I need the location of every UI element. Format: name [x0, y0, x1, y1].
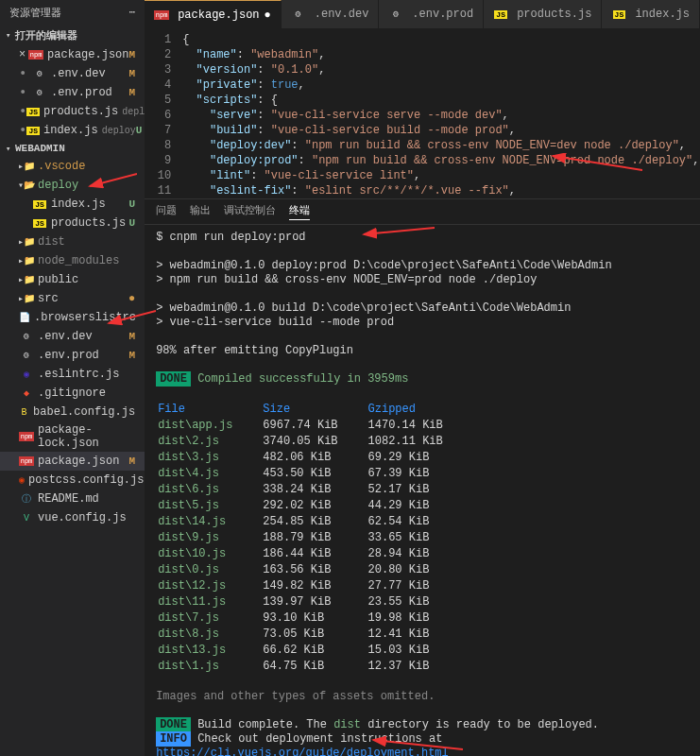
tree-item[interactable]: 📄.browserslistrc [0, 308, 145, 327]
editor-tab[interactable]: ⚙.env.dev [282, 0, 380, 28]
file-icon: ▸ 📁 [19, 291, 34, 306]
tree-item[interactable]: ▾ 📂deploy [0, 176, 145, 195]
file-icon: ▸ 📁 [19, 272, 34, 287]
terminal-tab[interactable]: 问题 [156, 203, 177, 220]
file-icon: ▸ 📁 [19, 234, 34, 249]
file-label: .env.dev [38, 330, 129, 343]
tab-label: products.js [517, 8, 591, 21]
file-icon: JS [611, 7, 626, 22]
file-label: node_modules [38, 254, 135, 267]
open-editor-item[interactable]: ×npmpackage.jsonM [0, 45, 145, 64]
terminal-body[interactable]: $ cnpm run deploy:prod > webadmin@0.1.0 … [145, 225, 700, 756]
file-icon: ⓘ [19, 491, 34, 507]
tab-label: .env.dev [315, 8, 369, 21]
file-label: .gitignore [38, 387, 135, 400]
close-icon[interactable]: × [19, 48, 28, 61]
file-icon: ▾ 📂 [19, 178, 34, 193]
vcs-status: M [129, 68, 142, 79]
dot-icon: • [19, 123, 26, 138]
tree-item[interactable]: npmpackage.jsonM [0, 452, 145, 471]
file-icon: JS [26, 123, 40, 138]
file-icon: JS [493, 7, 508, 22]
project-header[interactable]: ▾ WEBADMIN [0, 140, 145, 157]
file-icon: JS [32, 215, 47, 231]
terminal-tab[interactable]: 调试控制台 [224, 203, 276, 220]
terminal-tab[interactable]: 终端 [289, 203, 310, 220]
editor-tab[interactable]: JSindex.js [602, 0, 700, 28]
file-icon: JS [26, 104, 40, 119]
tab-modified-icon: ● [265, 9, 271, 22]
editor-tab[interactable]: JSproducts.js [484, 0, 602, 28]
tree-item[interactable]: ▸ 📁public [0, 270, 145, 289]
more-icon[interactable]: ⋯ [129, 6, 136, 20]
file-icon: ◉ [19, 472, 25, 488]
gutter: 1234567891011 [145, 32, 182, 198]
file-label: products.js [51, 216, 129, 230]
tree-item[interactable]: Vvue.config.js [0, 508, 145, 527]
file-label: products.jsdeploy [43, 105, 145, 118]
vcs-status: U [129, 217, 142, 229]
tree-item[interactable]: ▸ 📁.vscode [0, 157, 145, 176]
file-label: .env.dev [51, 67, 129, 80]
vcs-status: M [129, 331, 142, 342]
tree-item[interactable]: Bbabel.config.js [0, 403, 145, 421]
file-icon: B [19, 404, 29, 420]
main-area: npmpackage.json●⚙.env.dev⚙.env.prodJSpro… [145, 0, 700, 756]
open-editors-header[interactable]: ▾ 打开的编辑器 [0, 26, 145, 45]
file-icon: ⚙ [32, 66, 47, 81]
editor-tabs: npmpackage.json●⚙.env.dev⚙.env.prodJSpro… [145, 0, 700, 28]
file-label: babel.config.js [33, 405, 135, 419]
tree-item[interactable]: npmpackage-lock.json [0, 421, 145, 452]
file-label: .vscode [38, 160, 135, 173]
tree-item[interactable]: ▸ 📁dist [0, 232, 145, 251]
code-area[interactable]: { "name": "webadmin", "version": "0.1.0"… [182, 32, 700, 198]
file-icon: ▸ 📁 [19, 159, 34, 174]
tree-item[interactable]: ◉postcss.config.js [0, 471, 145, 490]
file-label: .eslintrc.js [38, 368, 135, 381]
file-label: dist [38, 235, 135, 249]
open-editor-item[interactable]: •JSindex.jsdeployU [0, 121, 145, 140]
file-icon: npm [154, 8, 169, 23]
vcs-status: M [129, 87, 142, 98]
vcs-status: M [129, 49, 142, 60]
file-icon: ▸ 📁 [19, 253, 34, 268]
vcs-status: M [129, 350, 142, 361]
open-editor-item[interactable]: •⚙.env.devM [0, 64, 145, 83]
dot-icon: • [19, 66, 32, 81]
tree-item[interactable]: JSindex.jsU [0, 195, 145, 214]
editor-tab[interactable]: npmpackage.json● [145, 0, 282, 28]
terminal-tab[interactable]: 输出 [190, 203, 211, 220]
file-label: index.js [51, 198, 129, 211]
chevron-down-icon: ▾ [6, 30, 15, 41]
tree-item[interactable]: ⚙.env.prodM [0, 346, 145, 365]
open-editors-list: ×npmpackage.jsonM•⚙.env.devM•⚙.env.prodM… [0, 45, 145, 140]
dot-icon: • [19, 85, 32, 100]
tab-label: .env.prod [412, 8, 473, 21]
file-label: src [38, 292, 128, 305]
file-label: README.md [38, 492, 135, 506]
file-label: public [38, 273, 135, 286]
tree-item[interactable]: ◉.eslintrc.js [0, 365, 145, 384]
file-icon: ◉ [19, 367, 34, 382]
tree-item[interactable]: ▸ 📁src● [0, 289, 145, 308]
tree-item[interactable]: ◆.gitignore [0, 384, 145, 403]
file-icon: ⚙ [19, 348, 34, 363]
tree-item[interactable]: JSproducts.jsU [0, 214, 145, 232]
tree-item[interactable]: ⓘREADME.md [0, 490, 145, 508]
tree-item[interactable]: ⚙.env.devM [0, 327, 145, 346]
tab-label: package.json [178, 9, 259, 22]
file-icon: ⚙ [388, 7, 403, 22]
explorer-header: 资源管理器 ⋯ [0, 0, 145, 26]
file-icon: npm [19, 454, 34, 469]
file-label: vue.config.js [38, 511, 135, 524]
file-icon: JS [32, 197, 47, 212]
sidebar: 资源管理器 ⋯ ▾ 打开的编辑器 ×npmpackage.jsonM•⚙.env… [0, 0, 145, 756]
file-label: postcss.config.js [28, 473, 144, 487]
file-label: .env.prod [51, 86, 129, 99]
file-icon: ◆ [19, 386, 34, 401]
editor-tab[interactable]: ⚙.env.prod [379, 0, 484, 28]
open-editor-item[interactable]: •JSproducts.jsdeployU [0, 102, 145, 121]
file-icon: ⚙ [19, 329, 34, 344]
tree-item[interactable]: ▸ 📁node_modules [0, 251, 145, 270]
open-editor-item[interactable]: •⚙.env.prodM [0, 83, 145, 102]
